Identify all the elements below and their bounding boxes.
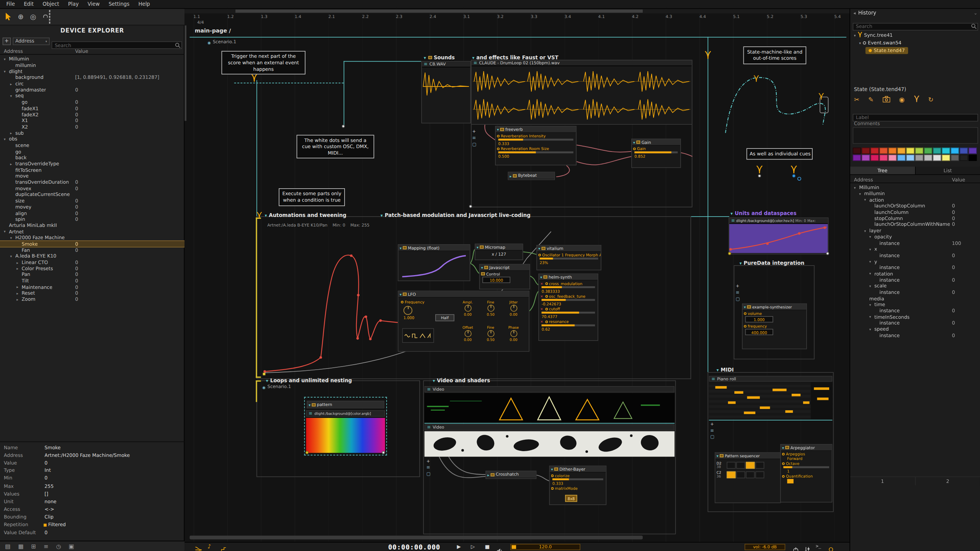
trigger-icon[interactable] bbox=[753, 73, 759, 85]
slider[interactable] bbox=[542, 324, 595, 326]
units-box[interactable]: ≡dlight:/background@[color.hsv.h]Min: 0M… bbox=[728, 218, 828, 254]
lfo-knob-group[interactable]: Phase0.00 bbox=[503, 326, 524, 342]
piano-roll-bar[interactable]: ≡Piano roll bbox=[709, 376, 832, 381]
video-section-header[interactable]: ▾Video and shaders bbox=[433, 378, 490, 383]
play-tool-icon[interactable]: ◎ bbox=[30, 13, 36, 21]
helm-param[interactable]: ✕cutoff 70.4377 bbox=[539, 306, 598, 319]
top-scrollbar[interactable] bbox=[185, 9, 849, 13]
automation-mode-icon[interactable] bbox=[219, 544, 227, 551]
color-swatch[interactable] bbox=[897, 148, 906, 154]
pattern-sequencer-node[interactable]: ▾Pattern sequencer D238 C236 bbox=[715, 452, 781, 503]
slider[interactable] bbox=[542, 312, 595, 314]
slider[interactable] bbox=[783, 466, 829, 468]
cue-white-dot[interactable] bbox=[758, 174, 761, 177]
expand-arrow[interactable]: ▾ bbox=[869, 272, 874, 276]
lfo-waveform-selector[interactable] bbox=[402, 328, 434, 343]
address-tree-row[interactable]: ▾ Millumin bbox=[850, 184, 980, 191]
zoom-icon[interactable] bbox=[828, 544, 835, 551]
device-tree-row[interactable]: Pan 0 bbox=[0, 272, 185, 278]
step-cell[interactable] bbox=[746, 461, 755, 468]
quantification-value[interactable] bbox=[787, 479, 794, 484]
trigger-icon[interactable] bbox=[818, 90, 824, 103]
interval-gutter-icons[interactable]: +≡▢ bbox=[426, 459, 431, 476]
white-dot[interactable] bbox=[469, 205, 472, 208]
micromap-node[interactable]: ▾Micromap x / 127 bbox=[475, 244, 523, 260]
address-tree-row[interactable]: ▾ layer bbox=[850, 228, 980, 234]
cue-white-dot[interactable] bbox=[342, 125, 345, 128]
color-swatch[interactable] bbox=[960, 155, 968, 161]
device-tree-row[interactable]: ▾ Artnet bbox=[0, 228, 185, 235]
color-swatch[interactable] bbox=[951, 148, 959, 154]
device-tree-row[interactable]: Tilt 0 bbox=[0, 278, 185, 284]
device-tree-row[interactable]: fadeX2 0 bbox=[0, 111, 185, 117]
device-tree-row[interactable]: ▸ Maintenance 0 bbox=[0, 284, 185, 290]
scenario-top-label[interactable]: ◉Scenario.1 bbox=[207, 39, 236, 44]
device-tree-row[interactable]: ▸ transOverrideType bbox=[0, 161, 185, 167]
chevron-down-icon[interactable]: ⌄ bbox=[974, 10, 978, 15]
pattern-node[interactable]: ▾pattern bbox=[307, 401, 384, 408]
address-tree-row[interactable]: launchColumn 0 bbox=[850, 209, 980, 215]
expand-arrow[interactable]: ▾ bbox=[869, 235, 874, 239]
address-tree-row[interactable]: ▾ x bbox=[850, 246, 980, 252]
helm-synth-node[interactable]: ▾helm-synth ✕cross_modulation 0.383333 ✕… bbox=[538, 274, 598, 341]
device-tree-row[interactable]: back bbox=[0, 155, 185, 161]
yellow-dot[interactable] bbox=[728, 252, 731, 255]
checkbox-icon[interactable]: ■ bbox=[43, 523, 47, 527]
tab-tree[interactable]: Tree bbox=[850, 167, 915, 174]
slider[interactable] bbox=[542, 286, 595, 288]
color-swatch[interactable] bbox=[871, 148, 879, 154]
arpeggios-value[interactable]: Forward bbox=[781, 456, 832, 461]
expand-arrow[interactable]: ▾ bbox=[869, 315, 874, 319]
patch-section-header[interactable]: ▾Patch-based modulation and Javascript l… bbox=[381, 212, 531, 218]
color-swatch[interactable] bbox=[924, 148, 933, 154]
device-tree-row[interactable]: spin 0 bbox=[0, 216, 185, 222]
history-item-state[interactable]: State.tend47 bbox=[866, 47, 908, 54]
device-tree-row[interactable]: Smoke 0 bbox=[0, 241, 185, 247]
pattern-address-bar[interactable]: ≡dlight:/background@[color.argb] bbox=[306, 410, 385, 417]
slider[interactable] bbox=[634, 152, 678, 153]
callout-white-dots[interactable]: The white dots will send a cue with cust… bbox=[297, 135, 374, 158]
slider[interactable] bbox=[498, 152, 573, 153]
device-tree-row[interactable]: go bbox=[0, 148, 185, 155]
add-device-button[interactable]: + bbox=[3, 37, 11, 45]
history-item-sync[interactable]: ▾ Sync.tree41 bbox=[854, 32, 893, 39]
history-item-event[interactable]: ▾Event.swan54 bbox=[859, 39, 902, 46]
interval-gutter-icons[interactable]: +≡▢ bbox=[472, 130, 476, 147]
address-tree-row[interactable]: ▾ timeInSeconds bbox=[850, 314, 980, 320]
device-tree-row[interactable]: millumin bbox=[0, 62, 185, 68]
units-section-header[interactable]: ▾Units and dataspaces bbox=[730, 210, 796, 216]
page-2[interactable]: 2 bbox=[915, 477, 980, 486]
color-swatch[interactable] bbox=[879, 155, 888, 161]
processes-icon[interactable]: ≡ bbox=[44, 543, 49, 549]
lfo-knob-group[interactable]: Fine0.50 bbox=[480, 326, 501, 342]
puredata-section-header[interactable]: ▾PureData integration bbox=[740, 260, 805, 266]
expand-arrow[interactable]: ▾ bbox=[869, 303, 874, 306]
video-bar-1[interactable]: ≡Video bbox=[425, 386, 675, 393]
javascript-value[interactable]: 10.000 bbox=[482, 277, 510, 283]
color-swatch[interactable] bbox=[853, 155, 861, 161]
white-dot[interactable] bbox=[382, 451, 385, 454]
arpeggiator-node[interactable]: ▾Arpeggiator Arpeggios Forward Octave 1 … bbox=[780, 444, 832, 502]
left-scrollbar[interactable] bbox=[185, 25, 186, 121]
device-tree-row[interactable]: ▸ Color Presets 0 bbox=[0, 266, 185, 272]
matrix-mode-button[interactable]: 8x8 bbox=[565, 495, 577, 502]
video-bar-2[interactable]: ≡Video bbox=[425, 424, 675, 431]
address-tree-row[interactable]: instance 0 bbox=[850, 308, 980, 314]
example-synthesizer-node[interactable]: ▾example-synthesizer volume 1.000 freque… bbox=[742, 303, 807, 349]
color-swatch[interactable] bbox=[897, 155, 906, 161]
list-icon[interactable]: ▣ bbox=[69, 543, 74, 549]
stop-button[interactable]: ■ bbox=[485, 544, 490, 549]
edit-icon[interactable]: ✎ bbox=[868, 96, 874, 103]
menu-item[interactable]: Edit bbox=[20, 1, 38, 8]
snapshot-icon[interactable] bbox=[882, 96, 890, 103]
cue-blue-ring[interactable] bbox=[797, 177, 801, 181]
expand-arrow[interactable]: ▾ bbox=[864, 198, 869, 202]
device-tree-row[interactable]: grandmaster 0 bbox=[0, 87, 185, 93]
device-tree-row[interactable]: ▸ Zoom 0 bbox=[0, 296, 185, 302]
color-swatch[interactable] bbox=[879, 148, 888, 154]
color-swatch[interactable] bbox=[924, 155, 933, 161]
address-tree-row[interactable]: instance 0 bbox=[850, 320, 980, 326]
sounds-section-header[interactable]: ▾Sounds bbox=[424, 55, 455, 60]
address-tree-row[interactable]: ▾ y bbox=[850, 258, 980, 264]
menu-item[interactable]: Help bbox=[134, 1, 154, 8]
